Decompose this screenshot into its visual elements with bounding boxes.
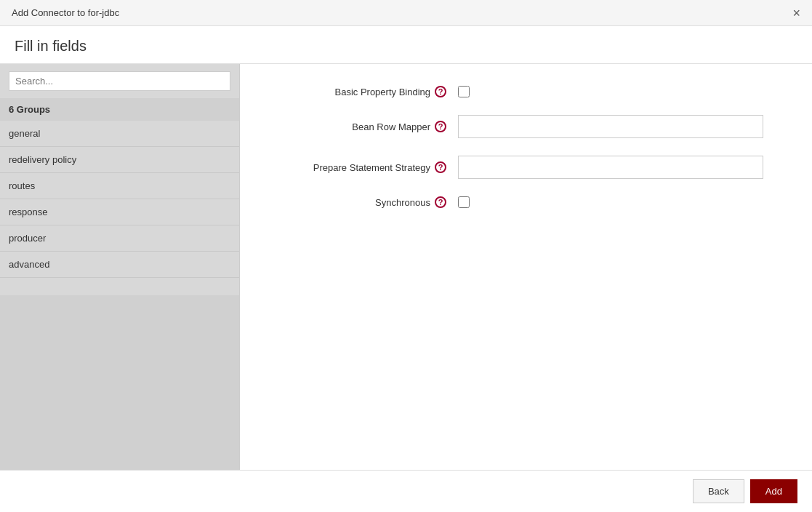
main-content: Basic Property Binding ? Bean Row Mapper…: [240, 64, 812, 470]
sidebar: 6 Groups general redelivery policy route…: [0, 64, 240, 470]
form-row-prepare-statement-strategy: Prepare Statement Strategy ?: [269, 156, 783, 179]
input-prepare-statement-strategy[interactable]: [458, 156, 763, 179]
help-icon-bean-row-mapper[interactable]: ?: [435, 121, 446, 132]
modal-footer: Back Add: [0, 470, 812, 512]
input-bean-row-mapper[interactable]: [458, 115, 763, 138]
label-prepare-statement-strategy: Prepare Statement Strategy ?: [269, 161, 458, 173]
search-input[interactable]: [9, 71, 230, 91]
groups-label: 6 Groups: [0, 98, 239, 121]
label-text-prepare-statement-strategy: Prepare Statement Strategy: [313, 162, 430, 173]
modal-header: Add Connector to for-jdbc ×: [0, 0, 812, 26]
label-text-basic-property-binding: Basic Property Binding: [334, 87, 430, 97]
close-button[interactable]: ×: [792, 7, 800, 20]
help-icon-basic-property-binding[interactable]: ?: [435, 86, 446, 97]
checkbox-basic-property-binding[interactable]: [458, 86, 470, 97]
help-icon-prepare-statement-strategy[interactable]: ?: [435, 161, 446, 173]
sidebar-item-routes[interactable]: routes: [0, 173, 239, 199]
sidebar-item-redelivery-policy[interactable]: redelivery policy: [0, 147, 239, 173]
modal-dialog: Add Connector to for-jdbc × Fill in fiel…: [0, 0, 812, 512]
modal-subheader: Fill in fields: [0, 26, 812, 64]
form-row-bean-row-mapper: Bean Row Mapper ?: [269, 115, 783, 138]
sidebar-item-general[interactable]: general: [0, 121, 239, 147]
form-row-synchronous: Synchronous ?: [269, 196, 783, 208]
form-row-basic-property-binding: Basic Property Binding ?: [269, 86, 783, 97]
sidebar-item-advanced[interactable]: advanced: [0, 252, 239, 278]
label-basic-property-binding: Basic Property Binding ?: [269, 86, 458, 97]
checkbox-synchronous[interactable]: [458, 196, 470, 208]
label-text-bean-row-mapper: Bean Row Mapper: [352, 121, 430, 132]
add-button[interactable]: Add: [750, 479, 797, 503]
modal-title: Add Connector to for-jdbc: [12, 7, 119, 18]
back-button[interactable]: Back: [693, 479, 744, 503]
help-icon-synchronous[interactable]: ?: [435, 196, 446, 208]
sidebar-item-response[interactable]: response: [0, 199, 239, 225]
label-bean-row-mapper: Bean Row Mapper ?: [269, 121, 458, 132]
sidebar-bottom: [0, 295, 239, 470]
modal-body: 6 Groups general redelivery policy route…: [0, 64, 812, 470]
sidebar-item-producer[interactable]: producer: [0, 225, 239, 252]
label-synchronous: Synchronous ?: [269, 196, 458, 208]
search-container: [0, 64, 239, 98]
label-text-synchronous: Synchronous: [375, 197, 430, 208]
nav-list: general redelivery policy routes respons…: [0, 121, 239, 295]
page-title: Fill in fields: [15, 38, 797, 55]
